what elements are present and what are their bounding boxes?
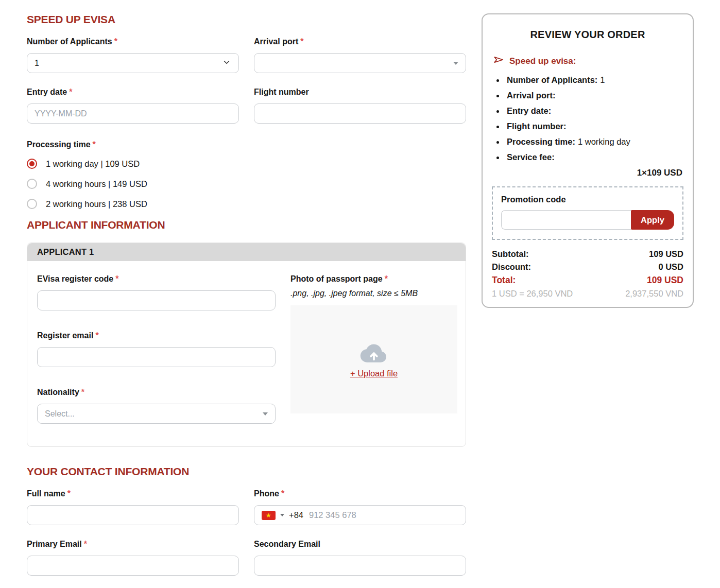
exchange-rate-row: 1 USD = 26,950 VND 2,937,550 VND [492,289,683,299]
flight-number-label: Flight number [254,88,466,97]
evisa-code-field: EVisa register code* [37,274,276,310]
radio-button[interactable] [27,179,37,189]
applicants-selected-value: 1 [35,59,39,68]
applicants-select[interactable]: 1 [27,53,239,73]
caret-down-icon[interactable] [280,514,284,516]
bullet-icon [496,95,499,97]
promotion-code-input[interactable] [501,210,631,230]
processing-option-1[interactable]: 1 working day | 109 USD [27,159,466,169]
nationality-field: Nationality* Select... [37,388,276,424]
nationality-label: Nationality* [37,388,276,397]
contact-section-title: YOUR CONTACT INFORMATION [27,465,466,478]
apply-button[interactable]: Apply [631,210,674,230]
full-name-input[interactable] [27,505,239,525]
required-asterisk: * [84,540,87,548]
phone-label: Phone* [254,489,466,498]
register-email-label: Register email* [37,331,276,340]
processing-option-2[interactable]: 4 working hours | 149 USD [27,179,466,189]
required-asterisk: * [300,37,303,46]
required-asterisk: * [67,489,71,498]
full-name-label: Full name* [27,489,239,498]
review-section-heading: Speed up evisa: [493,54,683,68]
exchange-rate: 1 USD = 26,950 VND [492,289,573,299]
processing-time-group: Processing time* 1 working day | 109 USD… [27,140,466,209]
required-asterisk: * [69,88,72,96]
passport-photo-column: Photo of passport page* .png, .jpg, .jpe… [290,274,457,424]
processing-option-3[interactable]: 2 working hours | 238 USD [27,199,466,209]
section-speed-up-evisa: SPEED UP EVISA Number of Applicants* 1 A… [27,13,466,209]
processing-option-2-label: 4 working hours | 149 USD [46,179,147,189]
discount-row: Discount: 0 USD [492,262,683,272]
required-asterisk: * [115,274,118,283]
secondary-email-input[interactable] [254,556,466,576]
contact-fields: Full name* Phone* ★ +84 Primary Email* [27,489,466,588]
phone-dial-code: +84 [289,510,303,520]
phone-field: Phone* ★ +84 [254,489,466,525]
processing-option-3-label: 2 working hours | 238 USD [46,199,147,209]
review-item-flight-number: Flight number: [492,122,683,131]
subtotal-row: Subtotal: 109 USD [492,249,683,259]
required-asterisk: * [281,489,284,498]
service-fee-amount: 1×109 USD [492,168,682,178]
register-email-field: Register email* [37,331,276,367]
subtotal-label: Subtotal: [492,249,529,259]
secondary-email-field: Secondary Email [254,540,466,576]
evisa-code-label: EVisa register code* [37,274,276,284]
processing-time-label: Processing time* [27,140,466,149]
full-name-field: Full name* [27,489,239,525]
flag-star: ★ [266,512,271,518]
arrival-port-label: Arrival port* [254,37,466,46]
primary-email-input[interactable] [27,556,239,576]
total-label: Total: [492,275,516,286]
entry-date-label: Entry date* [27,88,239,97]
phone-input[interactable] [308,510,458,521]
applicants-field: Number of Applicants* 1 [27,37,239,73]
passport-photo-label: Photo of passport page* [290,274,457,284]
radio-button[interactable] [27,199,37,209]
applicant-card: APPLICANT 1 EVisa register code* Registe… [27,243,466,447]
upload-dropzone[interactable]: + Upload file [290,305,457,413]
applicants-label: Number of Applicants* [27,37,239,46]
dropdown-caret-icon [263,412,268,416]
section-applicant-information: APPLICANT INFORMATION APPLICANT 1 EVisa … [27,219,466,447]
entry-date-input[interactable] [27,103,239,124]
photo-format-hint: .png, .jpg, .jpeg format, size ≤ 5MB [290,289,457,298]
secondary-email-label: Secondary Email [254,540,466,549]
subtotal-value: 109 USD [649,249,683,259]
phone-input-group: ★ +84 [254,505,466,525]
bullet-icon [496,157,499,159]
page: SPEED UP EVISA Number of Applicants* 1 A… [0,0,720,588]
flight-number-input[interactable] [254,103,466,124]
primary-email-field: Primary Email* [27,540,239,576]
send-icon [493,54,504,68]
required-asterisk: * [95,331,98,340]
discount-label: Discount: [492,262,531,272]
speed-up-fields: Number of Applicants* 1 Arrival port* [27,37,466,138]
bullet-icon [496,126,499,128]
nationality-select[interactable]: Select... [37,404,276,424]
review-item-arrival-port: Arrival port: [492,91,683,100]
total-value: 109 USD [647,275,683,286]
arrival-port-select[interactable] [254,53,466,73]
vietnam-flag-icon[interactable]: ★ [262,511,276,520]
section-contact-information: YOUR CONTACT INFORMATION Full name* Phon… [27,465,466,588]
evisa-code-input[interactable] [37,290,276,310]
review-item-applicants: Number of Applicants:1 [492,75,683,85]
primary-email-label: Primary Email* [27,540,239,549]
promotion-code-box: Promotion code Apply [492,186,683,240]
page-title: SPEED UP EVISA [27,13,466,26]
upload-file-link[interactable]: + Upload file [350,369,398,378]
exchange-total-vnd: 2,937,550 VND [625,289,683,299]
flight-number-field: Flight number [254,88,466,124]
nationality-placeholder: Select... [45,409,75,419]
register-email-input[interactable] [37,347,276,367]
review-item-service-fee: Service fee: [492,152,683,162]
required-asterisk: * [81,388,84,396]
review-order-panel: REVIEW YOUR ORDER Speed up evisa: Number… [482,13,694,308]
bullet-icon [496,110,499,113]
radio-button[interactable] [27,159,37,169]
required-asterisk: * [114,37,117,46]
promotion-code-label: Promotion code [501,195,674,204]
main-column: SPEED UP EVISA Number of Applicants* 1 A… [27,13,466,588]
discount-value: 0 USD [658,262,683,272]
